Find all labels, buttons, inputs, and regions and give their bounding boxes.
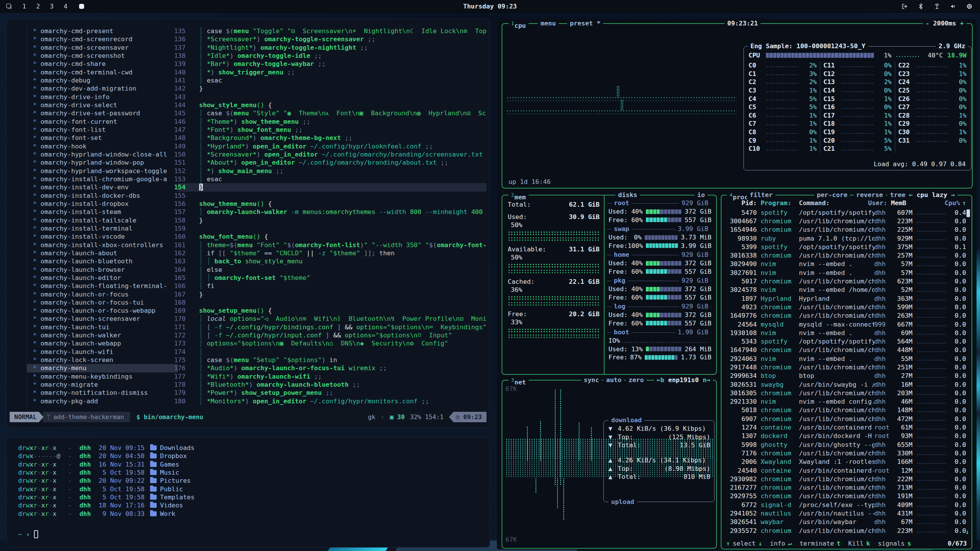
process-row[interactable]: 3029490nvimnvim --embed .dhh57M0.0 — [726, 260, 966, 268]
code-line[interactable]: 174│ — [7, 348, 487, 356]
code-line[interactable]: 150│ *Screensaver*) open_in_editor ~/.co… — [7, 150, 487, 158]
col-cpu[interactable]: Cpu% — [945, 199, 960, 207]
net-panel-title[interactable]: 3net — [509, 376, 529, 384]
code-line[interactable]: 158} — [7, 216, 487, 224]
process-row[interactable]: 6772signal-d/proc/self/exe --type=rdhh40… — [726, 500, 966, 509]
update-interval[interactable]: - 2000ms + — [923, 19, 966, 28]
process-row[interactable]: 1274containe/usr/bin/containerdroot61M0.… — [726, 423, 966, 431]
code-line[interactable]: 179│ *Power*) show_setup_power_menu ;; — [7, 389, 487, 397]
bluetooth-icon[interactable] — [917, 3, 924, 10]
process-row[interactable]: 3024578nvimnvim --embed /home/dhh/dhh52M… — [726, 286, 966, 294]
process-row[interactable]: 3016338chromium/usr/lib/chromium/chromdh… — [726, 251, 966, 259]
code-line[interactable]: 171│ [ -f ~/.config/hypr/bindings.conf ]… — [7, 323, 487, 331]
col-command[interactable]: Command: — [799, 199, 868, 207]
process-row[interactable]: 2006XwaylandXwayland :1 -rootless -dhh16… — [726, 458, 966, 466]
directory-name[interactable]: Work — [160, 510, 176, 518]
mem-panel-title[interactable]: 2mem — [509, 191, 529, 199]
footer-action[interactable]: Killk — [848, 540, 870, 547]
scroll-down-icon[interactable]: ↓ — [965, 528, 969, 536]
code-line[interactable]: 141│ esac — [7, 76, 487, 84]
code-line[interactable]: 159 — [7, 224, 487, 233]
process-row[interactable]: 98930rubypuma 7.1.0 (tcp://localdhh929M0… — [726, 234, 966, 243]
directory-name[interactable]: Pictures — [160, 477, 191, 485]
code-line[interactable]: 157│ omarchy-launch-walker -m menus:omar… — [7, 208, 487, 216]
code-line[interactable]: 167} — [7, 290, 487, 298]
code-line[interactable]: 175│ case $(menu "Setup" "$options") in — [7, 356, 487, 364]
process-row[interactable]: 7176chromium/usr/lib/chromium/chromdhh33… — [726, 449, 966, 457]
auto-button[interactable]: auto — [603, 376, 624, 384]
code-line[interactable]: 140│ *) show_trigger_menu ;; — [7, 68, 487, 76]
code-line[interactable]: 146│ *Theme*) show_theme_menu ;; — [7, 118, 487, 126]
col-memb[interactable]: MemB — [887, 199, 906, 207]
preset-button[interactable]: preset * — [567, 19, 603, 28]
code-line[interactable]: 163│ │ back_to show_style_menu — [7, 257, 487, 265]
code-line[interactable]: 136│ *Screensaver*) omarchy-toggle-scree… — [7, 35, 487, 43]
per-core-button[interactable]: per-core — [814, 191, 850, 199]
process-row[interactable]: 3026541waybar/usr/bin/waybardhh67M0.0 — [726, 518, 966, 526]
process-row[interactable]: 5017chromium/usr/lib/chromium/chromdhh62… — [726, 277, 966, 285]
process-row[interactable]: 2935572chromium/usr/lib/chromium/chromdh… — [726, 526, 966, 535]
code-line[interactable]: 137│ *Nightlight*) omarchy-toggle-nightl… — [7, 44, 487, 52]
process-row[interactable]: 5998ghostty/usr/bin/ghostty --gtk-dhh655… — [726, 440, 966, 449]
col-pid[interactable]: Pid: — [726, 199, 757, 207]
code-line[interactable]: 143 — [7, 93, 487, 101]
directory-name[interactable]: Videos — [160, 501, 183, 509]
footer-action[interactable]: ↑select↓ — [726, 540, 762, 547]
process-row[interactable]: 2941052nautilus/usr/bin/nautilus --gapdh… — [726, 509, 966, 517]
footer-action[interactable]: info↵ — [770, 540, 792, 547]
code-line[interactable]: 178│ *Bluetooth*) omarchy-launch-bluetoo… — [7, 381, 487, 389]
process-row[interactable]: 3027691nvimnvim --embed .dhh57M0.0 — [726, 268, 966, 277]
code-line[interactable]: 162│ if [[ "$theme" == "CNCLD" || -z "$t… — [7, 249, 487, 257]
reverse-button[interactable]: reverse — [853, 191, 886, 199]
code-line[interactable]: 152│ *) show_main_menu ;; — [7, 167, 487, 175]
process-row[interactable]: 2167277chromium/usr/lib/chromium/chromdh… — [726, 484, 966, 492]
code-line[interactable]: 138│ *Idle*) omarchy-toggle-idle ;; — [7, 52, 487, 60]
code-line[interactable]: 166│ fi — [7, 282, 487, 290]
process-row[interactable]: 1649776chromium/usr/lib/chromium/chromdh… — [726, 312, 966, 320]
process-row[interactable]: 2917448chromium/usr/lib/chromium/chromdh… — [726, 363, 966, 371]
process-row[interactable]: 24564mysqldmysqld --max-connection999667… — [726, 320, 966, 329]
process-row[interactable]: 1647940chromium/usr/lib/chromium/chromdh… — [726, 346, 966, 354]
directory-name[interactable]: Games — [160, 460, 179, 468]
process-row[interactable]: 1897HyprlandHyprlanddhh363M0.0 — [726, 294, 966, 303]
code-line[interactable]: 139│ *Bar*) omarchy-toggle-waybar ;; — [7, 60, 487, 68]
process-row[interactable]: 2929755chromium/usr/lib/chromium/chromdh… — [726, 492, 966, 500]
directory-name[interactable]: Public — [160, 485, 183, 493]
code-line[interactable]: 173│ options="$options\n▣ Defaults\n⌂ DN… — [7, 339, 487, 347]
directory-name[interactable]: Dropbox — [160, 452, 187, 460]
code-line[interactable]: 164│ else — [7, 266, 487, 274]
code-line[interactable]: 153│ esac — [7, 175, 487, 183]
code-line[interactable]: 169show_setup_menu() { — [7, 307, 487, 315]
cpu-panel-title[interactable]: 1cpu — [509, 19, 529, 28]
code-line[interactable]: 156show_theme_menu() { — [7, 200, 487, 208]
code-line[interactable]: 172│ [ -f ~/.config/hypr/input.conf ] &&… — [7, 331, 487, 339]
footer-action[interactable]: signalss — [878, 540, 911, 547]
sync-button[interactable]: sync — [581, 376, 602, 384]
code-line[interactable]: 161│ theme=$(menu "Font" "$(omarchy-font… — [7, 241, 487, 249]
process-row[interactable]: 5399spotify/opt/spotify/spotify --dhh375… — [726, 243, 966, 251]
code-line[interactable]: 180│ *Monitors*) open_in_editor ~/.confi… — [7, 397, 487, 405]
code-line[interactable]: 151│ *About*) open_in_editor ~/.config/o… — [7, 158, 487, 167]
col-user[interactable]: User: — [868, 199, 887, 207]
process-row[interactable]: 2999634btopbtopdhh27M0.0 — [726, 372, 966, 380]
process-row[interactable]: 2924063nvimnvim --embed .dhh55M0.0 — [726, 354, 966, 363]
directory-name[interactable]: Music — [160, 468, 179, 477]
code-line[interactable]: 170│ local options="◁ Audio\n≋ Wifi\nᛒ B… — [7, 315, 487, 323]
code-line[interactable]: 135│ case $(menu "Toggle" "⊡ Screensaver… — [7, 27, 487, 35]
logout-icon[interactable] — [901, 3, 908, 10]
code-line[interactable]: 154} — [7, 183, 487, 191]
footer-action[interactable]: terminatet — [799, 540, 840, 547]
volume-icon[interactable] — [950, 3, 957, 10]
process-row[interactable]: 3026531swaybg/usr/bin/swaybg -i /homdhh1… — [726, 380, 966, 389]
code-line[interactable]: 176│ *Audio*) omarchy-launch-or-focus-tu… — [7, 364, 487, 372]
process-row[interactable]: 2930982chromium/usr/lib/chromium/chromdh… — [726, 475, 966, 483]
code-line[interactable]: 155 — [7, 192, 487, 200]
code-line[interactable]: 168 — [7, 298, 487, 307]
code-line[interactable]: 160show_font_menu() { — [7, 233, 487, 241]
process-row[interactable]: 1307dockerd/usr/bin/dockerd -H fd:root93… — [726, 432, 966, 440]
code-line[interactable]: 148│ *Background*) omarchy-theme-bg-next… — [7, 134, 487, 142]
zero-button[interactable]: zero — [626, 376, 647, 384]
code-line[interactable]: 144show_style_menu() { — [7, 101, 487, 109]
code-line[interactable]: 142} — [7, 84, 487, 93]
code-line[interactable]: 145│ case $(menu "Style" "◉ Theme\nᴀ Fon… — [7, 109, 487, 117]
